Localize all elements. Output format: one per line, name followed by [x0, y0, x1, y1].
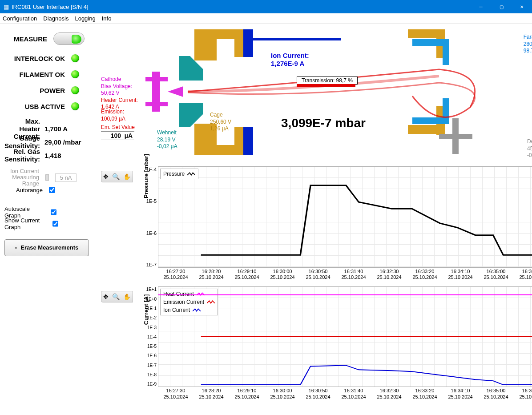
menu-configuration[interactable]: Configuration: [3, 15, 37, 22]
titlebar: ▦ IRC081 User Interface [S/N 4] ─ ▢ ✕: [0, 0, 532, 13]
cage-label: Cage: [210, 112, 231, 119]
current-plot[interactable]: Current [A] 1E+11E+01E-11E-21E-31E-41E-5…: [158, 286, 532, 387]
wehnelt-label: Wehnelt: [157, 129, 177, 137]
faraday-label: Faraday: [524, 34, 532, 41]
minimize-button[interactable]: ─: [471, 0, 491, 13]
transmission-bar: [297, 84, 355, 87]
svg-rect-22: [412, 117, 443, 124]
wehnelt-v: 28,19 V: [157, 137, 177, 144]
menu-info[interactable]: Info: [102, 15, 112, 22]
emission-label: Emission:: [101, 109, 125, 116]
menu-logging[interactable]: Logging: [75, 15, 95, 22]
menubar: Configuration Diagnosis Logging Info: [0, 13, 532, 24]
erase-button[interactable]: ▫ Erase Measurements: [4, 239, 89, 256]
cage-i: 1,26 µA: [210, 125, 231, 133]
svg-rect-8: [194, 29, 217, 60]
svg-rect-24: [443, 98, 449, 124]
emission-value: 100,09 µA: [101, 116, 125, 123]
emset-input[interactable]: 100 µA: [101, 131, 134, 140]
max-heater-value: 1,700 A: [40, 125, 85, 133]
svg-rect-2: [145, 102, 168, 106]
transmission-box: Transmission: 98,7 %: [297, 77, 358, 85]
svg-rect-5: [179, 103, 190, 127]
autoscale-checkbox[interactable]: [51, 209, 56, 215]
crosshair-icon[interactable]: ✥: [103, 173, 109, 180]
current-xticks: 16:27:3025.10.2024 16:28:2025.10.2024 16…: [158, 387, 532, 399]
showcurrent-label: Show Current Graph: [4, 217, 46, 230]
pressure-readout: 3,099E-7 mbar: [281, 116, 366, 130]
range-value: 5 nA: [55, 173, 77, 182]
deflector-i: -0,03 µA: [527, 152, 532, 159]
maximize-button[interactable]: ▢: [491, 0, 512, 13]
autorange-checkbox[interactable]: [49, 187, 55, 193]
filament-led: [71, 70, 79, 78]
current-yticks: 1E+11E+01E-11E-21E-31E-41E-51E-61E-71E-8…: [141, 287, 157, 387]
emset-label: Em. Set Value: [101, 124, 135, 130]
cathode-label: Cathode: [101, 76, 138, 83]
svg-rect-21: [412, 39, 443, 46]
sensitivity-label: Gauge Sensitivity:: [4, 134, 40, 149]
measure-toggle[interactable]: [53, 32, 85, 45]
menu-diagnosis[interactable]: Diagnosis: [43, 15, 69, 22]
svg-marker-7: [190, 103, 203, 127]
relgas-label: Rel. Gas Sensitivity:: [4, 148, 40, 163]
pressure-plot[interactable]: Pressure [mbar] 1E-41E-51E-61E-7 Pressur…: [158, 166, 532, 268]
svg-rect-17: [408, 29, 439, 38]
power-label: POWER: [4, 87, 65, 94]
svg-rect-4: [179, 56, 190, 81]
close-button[interactable]: ✕: [512, 0, 532, 13]
crosshair-icon[interactable]: ✥: [103, 293, 109, 300]
bias-value: 50,62 V: [101, 90, 138, 97]
svg-rect-16: [248, 38, 341, 40]
deflector-v: 45,22 V: [527, 145, 532, 153]
pressure-xticks: 16:27:3025.10.2024 16:28:2025.10.2024 16…: [158, 268, 532, 280]
measure-label: MEASURE: [4, 35, 47, 43]
erase-label: Erase Measurements: [20, 245, 78, 251]
interlock-led: [71, 54, 79, 62]
hand-icon[interactable]: ✋: [123, 293, 131, 300]
power-led: [71, 86, 79, 94]
svg-rect-26: [439, 134, 472, 139]
range-slider[interactable]: [45, 174, 49, 181]
relgas-value: 1,418: [40, 152, 85, 159]
ion-current-label: Ion Current:: [271, 52, 309, 60]
svg-marker-3: [168, 86, 183, 97]
range-label-1: Ion Current: [4, 168, 39, 174]
usb-led: [71, 102, 79, 110]
wehnelt-i: -0,02 µA: [157, 143, 177, 150]
svg-rect-18: [408, 125, 439, 134]
sensitivity-value: 29,00 /mbar: [40, 138, 85, 146]
pressure-yticks: 1E-41E-51E-61E-7: [141, 167, 157, 267]
erase-icon: ▫: [15, 245, 17, 251]
range-label-2: Measuring Range: [4, 174, 39, 187]
faraday-v: 280,61 V: [524, 41, 532, 48]
svg-rect-14: [243, 29, 253, 57]
interlock-label: INTERLOCK OK: [4, 55, 65, 62]
schematic-panel: 3,099E-7 mbar Ion Current: 1,276E-9 A Ca…: [101, 29, 532, 163]
window-title: IRC081 User Interface [S/N 4]: [12, 4, 89, 10]
zoom-icon[interactable]: 🔍: [112, 173, 120, 180]
bias-label: Bias Voltage:: [101, 83, 138, 90]
autorange-label: Autorange: [16, 187, 43, 193]
faraday-i: 98,77 µA: [524, 48, 532, 55]
hand-icon[interactable]: ✋: [123, 173, 131, 180]
app-icon: ▦: [4, 4, 9, 10]
ion-current-value: 1,276E-9 A: [271, 60, 309, 68]
heater-label: Heater Current:: [101, 97, 138, 104]
cage-v: 250,60 V: [210, 119, 231, 126]
graph2-tools[interactable]: ✥🔍✋: [101, 291, 133, 302]
zoom-icon[interactable]: 🔍: [112, 293, 120, 300]
graph1-tools[interactable]: ✥🔍✋: [101, 171, 133, 182]
filament-label: FILAMENT OK: [4, 71, 65, 78]
deflector-label: Deflector: [527, 138, 532, 145]
svg-rect-23: [443, 39, 449, 65]
showcurrent-checkbox[interactable]: [52, 221, 58, 227]
sidebar: MEASURE INTERLOCK OK FILAMENT OK POWER U…: [0, 24, 100, 415]
usb-label: USB ACTIVE: [4, 103, 65, 110]
svg-rect-15: [243, 127, 253, 155]
svg-rect-1: [145, 77, 168, 81]
